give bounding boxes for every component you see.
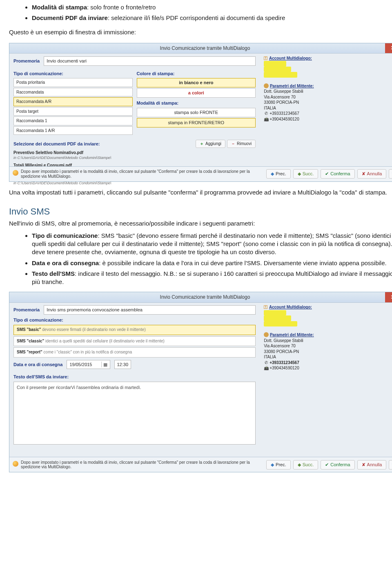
x-icon: ✘ <box>362 171 365 177</box>
sms-type-option[interactable]: SMS "report" come i "classic" con in più… <box>13 347 256 358</box>
promemoria-input[interactable]: Invio sms promemoria convocazione assemb… <box>44 305 256 315</box>
date-input[interactable]: 19/05/2015▦ <box>67 360 110 369</box>
colorprint-option[interactable]: in bianco e nero <box>137 78 256 87</box>
window-title: Invio Comunicazione tramite MultiDialogo <box>160 45 250 51</box>
paragraph-after-shot1: Una volta impostati tutti i parametri, c… <box>9 188 392 197</box>
arrow-right-icon: ◆ <box>298 462 301 468</box>
account-panel: ⚿ Account Multidialogo: xxxxxxxxxxx xxxx… <box>264 56 392 78</box>
sms-bullet-list: Tipo di comunicazione: SMS "basic" (devo… <box>32 232 392 286</box>
account-label: Account Multidialogo: <box>269 305 312 309</box>
tipocom-option[interactable]: Raccomandata <box>13 88 133 97</box>
top-bullet-list: Modalità di stampa: solo fronte o fronte… <box>32 3 392 22</box>
screenshot-invio-posta: Invio Comunicazione tramite MultiDialogo… <box>9 43 392 182</box>
plus-icon: ＋ <box>200 141 204 147</box>
arrow-left-icon: ◆ <box>271 171 274 177</box>
modalita-option[interactable]: stampa in FRONTE/RETRO <box>137 118 256 127</box>
fax-icon: 📠 <box>264 365 269 371</box>
help-button[interactable]: ? <box>389 169 392 179</box>
file-name[interactable]: Preventivo Selettivo Nominativo.pdf <box>13 150 256 156</box>
intro-paragraph: Questo è un esempio di finestra di immis… <box>9 28 392 36</box>
dialog-footer: Dopo aver impostato i parametri e la mod… <box>9 166 392 181</box>
minus-icon: － <box>231 141 235 147</box>
x-icon: ✘ <box>362 462 365 468</box>
file-path: in C:\Users\DAVIDE\Documenti\Metodo Cond… <box>13 155 256 160</box>
arrow-left-icon: ◆ <box>271 462 274 468</box>
prev-button[interactable]: ◆Prec. <box>266 460 291 469</box>
key-icon: ⚿ <box>264 305 268 309</box>
tipocom-option[interactable]: Posta target <box>13 107 133 116</box>
promemoria-label: Promemoria <box>13 58 40 64</box>
modalita-label: Modalità di stampa: <box>137 100 256 106</box>
dataora-label: Data e ora di consegna <box>13 362 62 368</box>
list-item: Documenti PDF da inviare: selezionare il… <box>32 14 392 22</box>
sms-type-option[interactable]: SMS "basic" devono essere firmati (il de… <box>13 325 256 335</box>
time-input[interactable]: 12:30 <box>114 360 131 369</box>
account-panel: ⚿ Account Multidialogo: xxxxxxxxxxx xxxx… <box>264 304 392 326</box>
promemoria-label: Promemoria <box>13 307 40 313</box>
prev-button[interactable]: ◆Prec. <box>266 169 291 179</box>
modalita-option[interactable]: stampa solo FRONTE <box>137 108 256 117</box>
window-title: Invio Comunicazione tramite MultiDialogo <box>160 294 250 300</box>
cancel-button[interactable]: ✘Annulla <box>357 460 387 469</box>
confirm-button[interactable]: ✔Conferma <box>321 169 354 179</box>
sms-type-option[interactable]: SMS "classic" identici a quelli spediti … <box>13 336 256 347</box>
close-icon[interactable]: ✕ <box>385 43 392 53</box>
add-file-button[interactable]: ＋Aggiungi <box>196 140 225 148</box>
fax-icon: 📠 <box>264 116 269 122</box>
close-icon[interactable]: ✕ <box>385 292 392 302</box>
bullet-label: Modalità di stampa <box>32 4 87 11</box>
key-icon: ⚿ <box>264 56 268 60</box>
help-button[interactable]: ? <box>389 460 392 469</box>
check-icon: ✔ <box>325 462 329 468</box>
arrow-right-icon: ◆ <box>298 171 301 177</box>
msg-label: Testo dell'SMS da inviare: <box>13 374 256 380</box>
tipocom-option[interactable]: Raccomandata 1 A/R <box>13 126 133 135</box>
phone-icon: ✆ <box>264 360 269 366</box>
tipocom-option[interactable]: Raccomandata 1 <box>13 116 133 125</box>
section-heading-sms: Invio SMS <box>9 206 392 218</box>
sender-panel: Parametri del Mittente: Dott. Giuseppe S… <box>264 83 392 122</box>
calendar-icon[interactable]: ▦ <box>101 362 107 368</box>
tipocom-label: Tipo di comunicazione: <box>13 317 256 323</box>
footer-hint: Dopo aver impostato i parametri e la mod… <box>13 460 264 469</box>
sender-label: Parametri del Mittente: <box>270 333 314 337</box>
tipocom-label: Tipo di comunicazione: <box>13 71 133 77</box>
dialog-footer: Dopo aver impostato i parametri e la mod… <box>9 457 392 472</box>
footer-hint: Dopo aver impostato i parametri e la mod… <box>13 169 264 179</box>
remove-file-button[interactable]: －Rimuovi <box>227 140 256 148</box>
phone-icon: ✆ <box>264 111 269 116</box>
bullet-label: Data e ora di consegna <box>32 259 99 266</box>
list-item: Data e ora di consegna: è possibile indi… <box>32 259 392 267</box>
cancel-button[interactable]: ✘Annulla <box>357 169 387 179</box>
sender-label: Parametri del Mittente: <box>270 84 314 88</box>
promemoria-input[interactable]: Invio documenti vari <box>44 56 256 66</box>
next-button[interactable]: ◆Succ. <box>293 460 318 469</box>
color-label: Colore di stampa: <box>137 71 256 77</box>
pdf-section-label: Selezione dei documenti PDF da inviare: <box>13 141 194 147</box>
bullet-label: Documenti PDF da inviare <box>32 14 108 21</box>
bullet-label: Testo dell'SMS <box>32 270 75 277</box>
screenshot-invio-sms: Invio Comunicazione tramite MultiDialogo… <box>9 292 392 472</box>
sender-panel: Parametri del Mittente: Dott. Giuseppe S… <box>264 332 392 371</box>
person-icon <box>264 332 269 337</box>
list-item: Tipo di comunicazione: SMS "basic" (devo… <box>32 232 392 257</box>
account-label: Account Multidialogo: <box>269 56 312 60</box>
next-button[interactable]: ◆Succ. <box>293 169 318 179</box>
sms-message-textarea[interactable]: Con il presente per ricordarVi l'assembl… <box>13 382 256 445</box>
sms-intro-paragraph: Nell'invio di SMS, oltre al promemoria, … <box>9 219 392 228</box>
list-item: Modalità di stampa: solo fronte o fronte… <box>32 3 392 11</box>
person-icon <box>264 83 269 88</box>
check-icon: ✔ <box>325 171 329 177</box>
list-item: Testo dell'SMS: indicare il testo del me… <box>32 270 392 286</box>
tipocom-option[interactable]: Posta prioritaria <box>13 78 133 87</box>
colorprint-option[interactable]: a colori <box>137 88 256 98</box>
confirm-button[interactable]: ✔Conferma <box>321 460 354 469</box>
bullet-label: Tipo di comunicazione <box>32 232 98 239</box>
tipocom-option[interactable]: Raccomandata A/R <box>13 97 133 106</box>
